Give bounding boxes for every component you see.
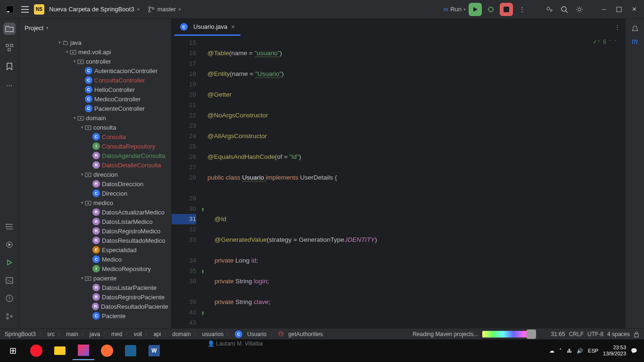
minimize-window-icon[interactable]: ─ <box>598 3 610 16</box>
project-tool-icon[interactable] <box>3 23 16 35</box>
tree-item[interactable]: ▾domain <box>19 113 171 123</box>
chevron-down-icon: ▾ <box>179 7 181 12</box>
svg-rect-37 <box>635 334 638 337</box>
readonly-lock-icon[interactable] <box>634 331 639 337</box>
svg-point-10 <box>578 8 581 11</box>
intellij-logo-icon[interactable] <box>4 3 16 16</box>
structure-tool-icon[interactable] <box>3 41 16 54</box>
postman-icon[interactable] <box>96 341 118 360</box>
file-explorer-icon[interactable] <box>49 341 71 360</box>
tree-item[interactable]: ▾consulta <box>19 123 171 132</box>
more-tools-icon[interactable]: ⋯ <box>3 79 16 91</box>
tree-item[interactable]: RDatosListarMedico <box>19 217 171 226</box>
word-icon[interactable]: W <box>143 341 165 360</box>
close-window-icon[interactable]: ✕ <box>628 3 640 16</box>
tree-item[interactable]: RDatosResultadoPaciente <box>19 302 171 311</box>
close-tab-icon[interactable]: × <box>231 23 235 31</box>
svg-rect-13 <box>10 44 13 47</box>
vcs-tool-icon[interactable] <box>3 310 16 322</box>
services-tool-icon[interactable] <box>3 239 16 251</box>
gutter[interactable]: 15161718192021222324252627282930⬆3132333… <box>172 36 199 362</box>
svg-point-16 <box>6 226 7 227</box>
code-with-me-icon[interactable] <box>543 3 555 16</box>
search-icon[interactable] <box>558 3 570 16</box>
tree-item[interactable]: ▾medico <box>19 198 171 207</box>
tree-item[interactable]: RDatosResultadoMedico <box>19 236 171 245</box>
tree-item[interactable]: CMedico <box>19 255 171 264</box>
svg-point-30 <box>88 127 89 129</box>
tree-item[interactable]: RDatosAgendarConsulta <box>19 151 171 160</box>
project-panel-header[interactable]: Project▾ <box>19 19 171 37</box>
project-tree[interactable]: ▾🗀java▾med.voll.api▾controllerCAutentica… <box>19 37 171 328</box>
code-editor[interactable]: ✓⁺ 6 ˄˅ 15161718192021222324252627282930… <box>172 36 625 362</box>
check-icon: ✓⁺ <box>593 39 600 45</box>
maven-tool-icon[interactable]: m <box>629 35 641 47</box>
left-tool-rail: ⋯ <box>0 19 19 328</box>
project-selector[interactable]: Nueva Carpeta de SpringBoot3▾ <box>49 6 140 13</box>
tree-item[interactable]: ▾controller <box>19 57 171 66</box>
tab-menu-icon[interactable]: ⋮ <box>614 24 620 31</box>
project-panel: Project▾ ▾🗀java▾med.voll.api▾controllerC… <box>19 19 172 328</box>
tree-item[interactable]: ▾med.voll.api <box>19 47 171 57</box>
svg-rect-14 <box>8 49 10 51</box>
tree-item[interactable]: CMedicoController <box>19 94 171 104</box>
stop-button[interactable] <box>500 3 513 16</box>
terminal-tool-icon[interactable] <box>3 274 16 287</box>
svg-point-2 <box>149 7 150 8</box>
progress-bar <box>482 331 534 337</box>
svg-point-26 <box>80 61 82 63</box>
notifications-icon[interactable] <box>629 23 641 35</box>
tray-notifications-icon[interactable]: 💬 <box>631 348 637 354</box>
svg-point-22 <box>10 315 12 317</box>
svg-point-28 <box>80 118 82 119</box>
tree-item[interactable]: ▾paciente <box>19 273 171 283</box>
tree-item[interactable]: CHelloController <box>19 85 171 94</box>
intellij-taskbar-icon[interactable] <box>73 341 94 360</box>
vcs-branch[interactable]: master▾ <box>148 6 182 13</box>
project-badge: NS <box>34 4 44 15</box>
opera-icon[interactable] <box>25 341 47 360</box>
run-button[interactable] <box>469 3 482 16</box>
tree-item[interactable]: CPacienteController <box>19 104 171 113</box>
tree-item[interactable]: RDatosActualizarMedico <box>19 207 171 217</box>
editor-tab-usuario[interactable]: C Usuario.java × <box>174 19 240 36</box>
svg-rect-1 <box>7 11 9 12</box>
maximize-window-icon[interactable] <box>613 3 625 16</box>
code-content[interactable]: @Table(name = "usuario") @Entity(name = … <box>206 36 625 362</box>
run-config-selector[interactable]: m Run▾ <box>443 5 466 13</box>
tree-item[interactable]: ▾🗀java <box>19 38 171 47</box>
mysql-workbench-icon[interactable] <box>120 341 141 360</box>
tree-item[interactable]: RDatosListarPaciente <box>19 283 171 292</box>
svg-point-7 <box>547 7 550 10</box>
svg-point-36 <box>88 278 89 280</box>
tree-item[interactable]: IMedicoRepository <box>19 264 171 273</box>
tree-item[interactable]: ▾direccion <box>19 170 171 179</box>
problems-tool-icon[interactable] <box>3 292 16 304</box>
top-toolbar: NS Nueva Carpeta de SpringBoot3▾ master▾… <box>0 0 644 19</box>
inspection-count: 6 <box>603 39 606 45</box>
tree-item[interactable]: RDatosDetalleConsulta <box>19 160 171 170</box>
tree-item[interactable]: RDatosDireccion <box>19 179 171 189</box>
inspection-widget[interactable]: ✓⁺ 6 ˄˅ <box>593 39 617 45</box>
tree-item[interactable]: EEspecialidad <box>19 245 171 255</box>
tree-item[interactable]: CAutenticacionController <box>19 66 171 75</box>
chevron-down-icon: ▾ <box>137 7 140 12</box>
tree-item[interactable]: CConsulta <box>19 132 171 141</box>
bookmarks-tool-icon[interactable] <box>3 60 16 73</box>
svg-point-32 <box>88 174 89 176</box>
more-actions-icon[interactable]: ⋮ <box>516 3 528 16</box>
list-tool-icon[interactable] <box>3 221 16 233</box>
main-menu-icon[interactable] <box>19 3 31 16</box>
settings-icon[interactable] <box>573 3 586 16</box>
tree-item[interactable]: RDatosRegistroPaciente <box>19 292 171 302</box>
right-tool-rail: m <box>625 19 644 328</box>
tree-item[interactable]: CDireccion <box>19 189 171 198</box>
run-tool-icon[interactable] <box>3 256 16 269</box>
tree-item[interactable]: IConsultaRepository <box>19 141 171 151</box>
tree-item[interactable]: RDatosRegistroMedico <box>19 226 171 236</box>
start-menu-icon[interactable]: ⊞ <box>2 341 24 360</box>
git-branch-icon <box>148 6 155 13</box>
debug-button[interactable] <box>485 3 497 16</box>
tree-item[interactable]: CPaciente <box>19 311 171 321</box>
tree-item[interactable]: CConsultaController <box>19 75 171 85</box>
